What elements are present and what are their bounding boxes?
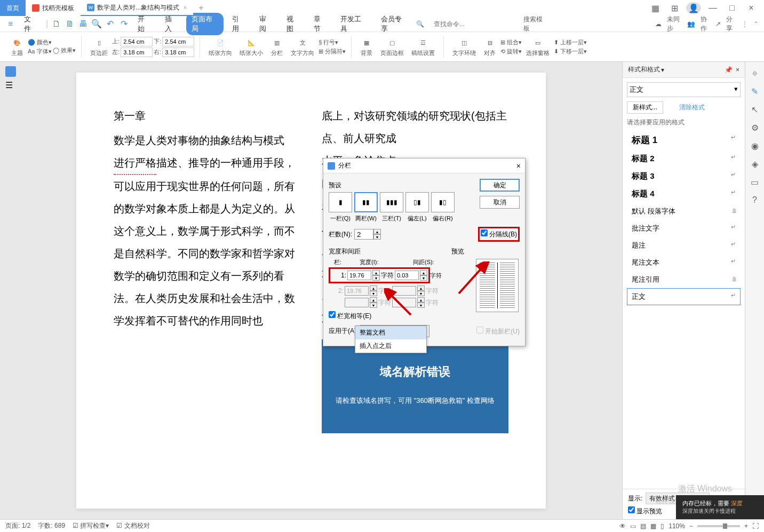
style-comment[interactable]: 批注文字↵ — [627, 220, 741, 237]
more-icon[interactable]: ⋮ — [742, 20, 748, 28]
margin-top-input[interactable] — [121, 37, 153, 46]
menu-icon[interactable]: ≡ — [5, 19, 15, 29]
show-preview-checkbox[interactable]: 显示预览 — [628, 506, 662, 516]
save-as-icon[interactable]: 🗎 — [65, 19, 75, 29]
proof[interactable]: ☑ 文档校对 — [116, 521, 149, 530]
doc-scroll[interactable]: ☰ 第一章 数学是人类对事物的抽象结构与模式进行严格描述、推导的一种通用手段，可… — [0, 62, 622, 519]
menu-member[interactable]: 会员专享 — [376, 13, 413, 35]
preset-one[interactable]: ▮ — [329, 192, 352, 212]
tool-icon-3[interactable]: ↖ — [749, 104, 761, 115]
cols-up[interactable]: ▲ — [373, 229, 381, 234]
margin-button[interactable]: ▯页边距 — [87, 35, 111, 58]
tab-home[interactable]: 首页 — [0, 0, 26, 16]
background-button[interactable]: ▦背景 — [357, 35, 376, 58]
ok-button[interactable]: 确定 — [480, 179, 520, 192]
tool-icon-5[interactable]: ◉ — [749, 140, 761, 152]
zoom-out[interactable]: − — [689, 522, 693, 530]
redo-icon[interactable]: ↷ — [119, 19, 129, 29]
down-layer-button[interactable]: ⬇ 下移一层▾ — [554, 47, 587, 55]
current-style[interactable]: 正文▾ — [627, 82, 741, 97]
tool-icon-2[interactable]: ✎ — [749, 85, 761, 97]
tool-icon-6[interactable]: ◈ — [749, 158, 761, 170]
separator-checkbox[interactable]: 分隔线(B) — [481, 231, 517, 238]
wrap-button[interactable]: ◫文字环绕 — [449, 35, 479, 58]
word-count[interactable]: 字数: 689 — [38, 521, 65, 530]
zoom-label[interactable]: 110% — [668, 522, 685, 530]
row1-spacing-unit[interactable]: 字符 — [430, 272, 442, 279]
outline-icon[interactable]: ☰ — [5, 80, 16, 91]
style-heading-3[interactable]: 标题 3↵ — [627, 168, 741, 185]
menu-ref[interactable]: 引用 — [227, 13, 251, 35]
tool-icon-8[interactable]: ? — [749, 194, 761, 206]
dropdown-option-whole[interactable]: 整篇文档 — [355, 326, 426, 339]
tab-templates[interactable]: 找稻壳模板 — [26, 0, 81, 16]
align-button[interactable]: ⊟对齐 — [480, 35, 499, 58]
menu-view[interactable]: 视图 — [281, 13, 305, 35]
orientation-button[interactable]: 📄纸张方向 — [205, 35, 235, 58]
share-label[interactable]: 分享 — [726, 15, 736, 33]
panel-close-icon[interactable]: × — [736, 66, 739, 74]
view-icon-2[interactable]: ▭ — [630, 522, 636, 530]
view-icon-1[interactable]: 👁 — [619, 522, 626, 530]
preset-right[interactable]: ▮▯ — [431, 192, 455, 212]
menu-dev[interactable]: 开发工具 — [335, 13, 372, 35]
locator-icon[interactable] — [5, 66, 16, 77]
pin-icon[interactable]: 📌 — [725, 66, 733, 74]
cols-num-input[interactable] — [354, 229, 373, 240]
avatar[interactable]: 👤 — [686, 2, 701, 14]
rotate-button[interactable]: ⟲ 旋转▾ — [500, 47, 522, 55]
cancel-button[interactable]: 取消 — [480, 196, 520, 209]
undo-icon[interactable]: ↶ — [105, 19, 115, 29]
columns-button[interactable]: ▥分栏 — [267, 35, 286, 58]
search-template[interactable]: 搜索模板 — [523, 15, 543, 33]
maximize-button[interactable]: □ — [725, 2, 739, 14]
view-icon-5[interactable]: ▯ — [660, 522, 664, 530]
tab-add-button[interactable]: + — [193, 3, 209, 13]
margin-bottom-input[interactable] — [162, 37, 194, 46]
menu-section[interactable]: 章节 — [308, 13, 332, 35]
style-endnote-text[interactable]: 尾注文本↵ — [627, 254, 741, 271]
unsync-label[interactable]: 未同步 — [667, 15, 682, 33]
theme-button[interactable]: 🎨主题 — [7, 35, 27, 58]
new-style-button[interactable]: 新样式... — [627, 101, 663, 114]
preset-two[interactable]: ▮▮ — [354, 192, 378, 212]
style-heading-1[interactable]: 标题 1↵ — [627, 130, 741, 150]
coop-label[interactable]: 协作 — [701, 15, 711, 33]
equal-width-checkbox[interactable]: 栏宽相等(E) — [329, 312, 371, 320]
draft-settings-button[interactable]: ☲稿纸设置 — [408, 35, 438, 58]
search-command-input[interactable] — [429, 19, 518, 29]
tool-icon-1[interactable]: ⟐ — [749, 67, 761, 79]
dialog-close[interactable]: × — [516, 162, 521, 170]
color-button[interactable]: 🔵 颜色▾ — [28, 38, 52, 46]
style-endnote-ref[interactable]: 尾注引用a — [627, 271, 741, 288]
page-count[interactable]: 页面: 1/2 — [5, 521, 30, 530]
text-direction-button[interactable]: 文文字方向 — [288, 35, 317, 58]
style-body[interactable]: 正文↵ — [627, 288, 741, 305]
style-heading-2[interactable]: 标题 2↵ — [627, 150, 741, 168]
tab-close-icon[interactable]: × — [184, 5, 187, 11]
group-button[interactable]: ⊞ 组合▾ — [500, 38, 522, 46]
preset-three[interactable]: ▮▮▮ — [380, 192, 403, 212]
clear-format-button[interactable]: 清除格式 — [674, 101, 710, 114]
preset-left[interactable]: ▯▮ — [405, 192, 429, 212]
page-border-button[interactable]: ▢页面边框 — [377, 35, 407, 58]
style-default-font[interactable]: 默认 段落字体a — [627, 203, 741, 220]
up-layer-button[interactable]: ⬆ 上移一层▾ — [554, 38, 587, 46]
print-preview-icon[interactable]: 🔍 — [91, 19, 102, 29]
font-button[interactable]: Aa 字体▾ — [28, 47, 52, 55]
style-caption[interactable]: 题注↵ — [627, 237, 741, 254]
effect-button[interactable]: ◯ 效果▾ — [53, 46, 76, 54]
menu-review[interactable]: 审阅 — [254, 13, 278, 35]
row1-spacing[interactable] — [395, 271, 419, 280]
margin-right-input[interactable] — [162, 47, 194, 57]
close-button[interactable]: × — [744, 2, 759, 14]
fit-icon[interactable]: ⛶ — [752, 522, 759, 530]
line-number-button[interactable]: § 行号▾ — [319, 38, 346, 46]
minimize-button[interactable]: — — [705, 2, 720, 14]
view-icon-3[interactable]: ▤ — [640, 522, 646, 530]
print-icon[interactable]: 🖶 — [78, 19, 88, 29]
row1-width[interactable] — [347, 271, 371, 280]
collapse-icon[interactable]: ⌃ — [753, 20, 759, 28]
margin-left-input[interactable] — [121, 47, 153, 57]
apps-icon[interactable]: ⊞ — [667, 2, 682, 14]
